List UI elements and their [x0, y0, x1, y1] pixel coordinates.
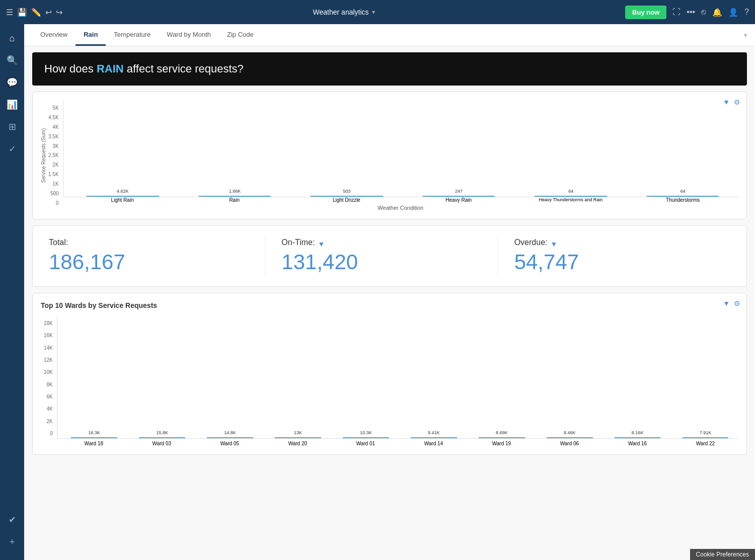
x-label-ward-22: Ward 22 [672, 441, 738, 446]
wards-chart-icons: ▼ ⚙ [723, 299, 740, 307]
bar-thunderstorms: 64 [627, 196, 738, 197]
rain-bars-row: 4.62K 1.66K 503 [63, 100, 738, 197]
ward-01-bar: 10.3K [333, 437, 399, 438]
sidebar-add[interactable]: + [2, 532, 22, 552]
tab-ward-by-month[interactable]: Ward by Month [159, 25, 219, 46]
x-label-heavy-thunderstorms: Heavy Thunderstorms and Rain [515, 197, 627, 203]
x-label-ward-01: Ward 01 [333, 441, 399, 446]
overdue-label: Overdue: [514, 238, 548, 247]
x-label-ward-20: Ward 20 [265, 441, 331, 446]
ward-20-bar: 13K [265, 437, 331, 438]
sidebar-task[interactable]: ✔ [2, 510, 22, 530]
tab-overview[interactable]: Overview [32, 25, 76, 46]
cookie-bar[interactable]: Cookie Preferences [690, 549, 755, 560]
x-label-ward-16: Ward 16 [605, 441, 670, 446]
ontime-value: 131,420 [281, 250, 497, 274]
wards-y-axis: 18K 16K 14K 12K 10K 8K 6K 4K 2K 0 [44, 321, 57, 436]
x-label-ward-14: Ward 14 [401, 441, 467, 446]
tab-temperature[interactable]: Temperature [106, 25, 159, 46]
wards-chart-title: Top 10 Wards by Service Requests [41, 301, 738, 309]
sidebar-data[interactable]: 📊 [2, 95, 22, 115]
rain-chart-card: ▼ ⚙ Service Requests (Sum) 5K 4.5K 4K 3.… [32, 92, 747, 219]
ward-22-bar: 7.91K [672, 437, 738, 438]
ward-19-bar: 8.69K [469, 437, 535, 438]
wards-bars-row: 16.3K 15.8K 14.8K [57, 315, 738, 439]
redo-icon[interactable]: ↪ [56, 8, 62, 17]
rain-x-axis: Light Rain Rain Light Drizzle Heavy Rain… [63, 197, 738, 203]
tab-overflow-arrow[interactable]: ▾ [744, 32, 747, 39]
ward-06-bar: 8.46K [537, 437, 602, 438]
bar-rain: 1.66K [179, 196, 290, 197]
x-axis-title: Weather Condition [63, 205, 738, 211]
tab-rain[interactable]: Rain [76, 25, 106, 46]
wards-filter-icon[interactable]: ▼ [723, 299, 730, 307]
sidebar-home[interactable]: ⌂ [2, 28, 22, 48]
metric-total: Total: 186,167 [49, 238, 265, 274]
y-axis-ticks: 5K 4.5K 4K 3.5K 3K 2.5K 2K 1.5K 1K 500 0 [48, 105, 63, 206]
bar-heavy-rain: 247 [403, 196, 514, 197]
ward-03-bar: 15.8K [129, 437, 195, 438]
x-label-thunderstorms: Thunderstorms [627, 197, 738, 203]
hero-prefix: How does [44, 62, 97, 75]
wards-settings-icon[interactable]: ⚙ [734, 299, 740, 307]
x-label-ward-18: Ward 18 [61, 441, 127, 446]
x-label-ward-05: Ward 05 [197, 441, 263, 446]
overdue-value: 54,747 [514, 250, 730, 274]
sidebar-search[interactable]: 🔍 [2, 50, 22, 70]
metric-ontime: On-Time: ▼ 131,420 [265, 238, 497, 274]
nav-center: Weather analytics ▾ [66, 8, 621, 16]
y-axis-label: Service Requests (Sum) [41, 128, 46, 183]
bell-icon[interactable]: 🔔 [712, 8, 722, 17]
buy-now-button[interactable]: Buy now [625, 6, 666, 19]
sidebar-grid[interactable]: ⊞ [2, 117, 22, 137]
tab-zip-code[interactable]: Zip Code [219, 25, 262, 46]
hero-suffix: affect service requests? [124, 62, 244, 75]
y-axis-label-container: Service Requests (Sum) [41, 100, 48, 211]
bar-label-rain: 1.66K [229, 189, 241, 194]
tab-bar: Overview Rain Temperature Ward by Month … [24, 24, 755, 46]
menu-icon[interactable]: ☰ [6, 8, 13, 17]
x-label-light-rain: Light Rain [67, 197, 178, 203]
ward-14-bar: 9.41K [401, 437, 467, 438]
total-value: 186,167 [49, 250, 265, 274]
wards-bars-container: 16.3K 15.8K 14.8K [57, 315, 738, 446]
settings-icon[interactable]: ⚙ [734, 98, 740, 106]
top-navigation: ☰ 💾 ✏️ ↩ ↪ Weather analytics ▾ Buy now ⛶… [0, 0, 755, 24]
rain-chart-inner: Service Requests (Sum) 5K 4.5K 4K 3.5K 3… [41, 100, 738, 211]
title-caret[interactable]: ▾ [372, 9, 375, 16]
nav-left: ☰ 💾 ✏️ ↩ ↪ [6, 8, 62, 17]
ontime-header: On-Time: ▼ [281, 238, 497, 250]
bar-label-thunderstorms: 64 [681, 189, 686, 194]
sidebar-check[interactable]: ✓ [2, 139, 22, 159]
sidebar-chat[interactable]: 💬 [2, 72, 22, 93]
hero-highlight: RAIN [97, 62, 124, 75]
wards-chart-inner: 18K 16K 14K 12K 10K 8K 6K 4K 2K 0 [41, 315, 738, 446]
app-title: Weather analytics [313, 8, 369, 16]
more-icon[interactable]: ••• [687, 8, 695, 17]
bar-label-heavy-thunderstorms: 64 [568, 189, 573, 194]
ontime-label: On-Time: [281, 238, 315, 247]
help-icon[interactable]: ? [744, 8, 749, 17]
x-label-heavy-rain: Heavy Rain [403, 197, 514, 203]
content-area: Overview Rain Temperature Ward by Month … [24, 24, 755, 560]
metrics-card: Total: 186,167 On-Time: ▼ 131,420 Overdu… [32, 225, 747, 287]
total-label: Total: [49, 238, 265, 247]
x-label-ward-06: Ward 06 [537, 441, 602, 446]
metric-overdue: Overdue: ▼ 54,747 [498, 238, 730, 274]
ontime-filter-icon[interactable]: ▼ [318, 240, 325, 248]
edit-icon[interactable]: ✏️ [31, 8, 41, 17]
x-label-light-drizzle: Light Drizzle [291, 197, 402, 203]
x-label-rain: Rain [179, 197, 290, 203]
rain-chart-bars-container: 4.62K 1.66K 503 [63, 100, 738, 211]
bar-label-light-drizzle: 503 [343, 189, 351, 194]
user-icon[interactable]: 👤 [728, 8, 738, 17]
save-icon[interactable]: 💾 [17, 8, 27, 17]
undo-icon[interactable]: ↩ [45, 8, 52, 17]
overdue-filter-icon[interactable]: ▼ [550, 240, 557, 248]
bar-label-heavy-rain: 247 [455, 189, 463, 194]
filter-icon[interactable]: ▼ [723, 98, 730, 106]
expand-icon[interactable]: ⛶ [672, 8, 681, 17]
ward-16-bar: 8.16K [605, 437, 670, 438]
share-icon[interactable]: ⎋ [701, 8, 706, 17]
left-sidebar: ⌂ 🔍 💬 📊 ⊞ ✓ ✔ + [0, 24, 24, 560]
